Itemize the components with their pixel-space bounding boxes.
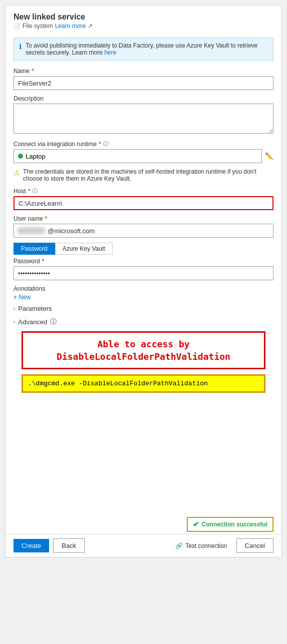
- advanced-section: › Advanced ⓘ: [14, 317, 273, 326]
- password-input[interactable]: [14, 266, 273, 280]
- password-label: Password *: [14, 258, 273, 265]
- connection-success-icon: ✔: [193, 520, 199, 529]
- highlight-line1: Able to access by: [28, 338, 259, 350]
- runtime-warning: ⚠ The credentials are stored in the mach…: [14, 168, 273, 182]
- description-textarea[interactable]: [14, 104, 273, 134]
- new-linked-service-panel: New linked service 📄 File system Learn m…: [5, 5, 282, 557]
- host-label: Host * ⓘ: [14, 187, 273, 195]
- advanced-collapse[interactable]: › Advanced ⓘ: [14, 317, 57, 326]
- name-required: *: [32, 68, 34, 75]
- connection-badge: ✔ Connection successful: [187, 517, 273, 532]
- host-info-icon[interactable]: ⓘ: [32, 187, 38, 195]
- username-domain: @microsoft.com: [48, 227, 95, 235]
- description-group: Description: [14, 95, 273, 135]
- connection-status-row: ✔ Connection successful: [6, 513, 281, 534]
- host-group: Host * ⓘ: [14, 187, 273, 210]
- annotations-label: Annotations: [14, 285, 273, 292]
- advanced-chevron: ›: [14, 319, 15, 325]
- command-text: .\dmgcmd.exe -DisableLocalFolderPathVali…: [28, 380, 208, 387]
- name-label: Name *: [14, 68, 273, 75]
- password-required: *: [42, 258, 45, 265]
- file-system-icon: 📄: [14, 23, 21, 30]
- command-box: .\dmgcmd.exe -DisableLocalFolderPathVali…: [22, 374, 265, 393]
- runtime-row: Laptop ✏️: [14, 149, 273, 163]
- annotations-section: Annotations + New: [14, 285, 273, 301]
- runtime-label: Connect via integration runtime * ⓘ: [14, 140, 273, 148]
- parameters-section: › Parameters: [14, 305, 273, 312]
- cancel-button[interactable]: Cancel: [236, 538, 273, 553]
- runtime-required: *: [99, 141, 101, 148]
- external-link-icon: ↗: [88, 23, 93, 30]
- highlight-line2: DisableLocalFolderPathValidation: [28, 350, 259, 363]
- password-tab[interactable]: Password: [14, 243, 55, 255]
- auth-tab-group: Password Azure Key Vault: [14, 243, 273, 255]
- keyvault-tab[interactable]: Azure Key Vault: [55, 243, 113, 255]
- name-input[interactable]: [14, 76, 273, 90]
- parameters-label: Parameters: [18, 305, 52, 312]
- username-blur-overlay: [18, 228, 45, 234]
- create-button[interactable]: Create: [14, 539, 49, 552]
- host-input[interactable]: [14, 196, 273, 210]
- test-connection-icon: 🔗: [175, 542, 183, 549]
- panel-title: New linked service: [14, 13, 273, 22]
- username-label: User name *: [14, 215, 273, 222]
- info-text: To avoid publishing immediately to Data …: [26, 42, 268, 56]
- panel-header: New linked service 📄 File system Learn m…: [6, 6, 281, 34]
- add-annotation-button[interactable]: + New: [14, 294, 31, 301]
- footer-area: ✔ Connection successful Create Back 🔗 Te…: [6, 513, 281, 557]
- info-icon: ℹ: [19, 43, 22, 51]
- info-here-link[interactable]: here: [104, 49, 116, 56]
- runtime-value: Laptop: [26, 153, 46, 160]
- highlight-box: Able to access by DisableLocalFolderPath…: [22, 331, 265, 369]
- back-button[interactable]: Back: [53, 538, 85, 553]
- host-required: *: [28, 188, 31, 195]
- name-group: Name *: [14, 68, 273, 90]
- test-connection-button[interactable]: 🔗 Test connection: [170, 539, 232, 552]
- runtime-info-icon[interactable]: ⓘ: [103, 140, 109, 148]
- learn-more-link[interactable]: Learn more: [55, 23, 86, 30]
- parameters-collapse[interactable]: › Parameters: [14, 305, 52, 312]
- password-group: Password *: [14, 258, 273, 280]
- warning-icon: ⚠: [14, 169, 20, 177]
- info-banner: ℹ To avoid publishing immediately to Dat…: [14, 38, 273, 61]
- advanced-label: Advanced: [18, 318, 47, 326]
- advanced-info-icon[interactable]: ⓘ: [50, 317, 57, 326]
- panel-subtitle: 📄 File system Learn more ↗: [14, 23, 273, 30]
- runtime-edit-icon[interactable]: ✏️: [265, 152, 273, 160]
- description-label: Description: [14, 95, 273, 102]
- parameters-chevron: ›: [14, 306, 15, 311]
- warning-text: The credentials are stored in the machin…: [23, 168, 273, 182]
- footer-buttons: Create Back 🔗 Test connection Cancel: [6, 534, 281, 557]
- runtime-status-dot: [18, 154, 23, 159]
- username-required: *: [45, 215, 48, 222]
- runtime-group: Connect via integration runtime * ⓘ Lapt…: [14, 140, 273, 163]
- subtitle-type: File system: [23, 23, 53, 30]
- form-body: Name * Description Connect via integrati…: [6, 65, 281, 557]
- username-group: User name * @microsoft.com: [14, 215, 273, 238]
- runtime-display[interactable]: Laptop: [14, 149, 262, 163]
- connection-status-text: Connection successful: [202, 521, 267, 528]
